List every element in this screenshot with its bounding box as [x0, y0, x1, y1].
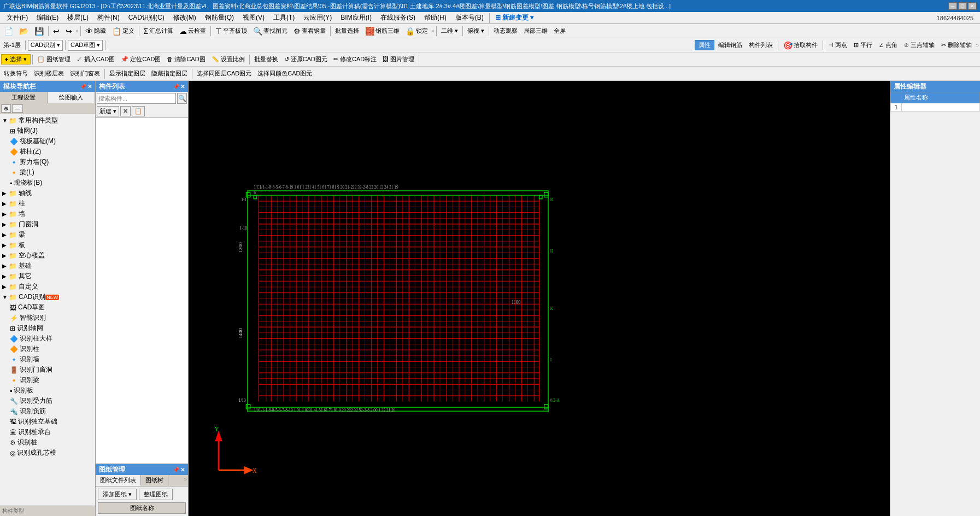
menu-view[interactable]: 视图(V)	[238, 12, 269, 24]
menu-bim[interactable]: BIM应用(I)	[336, 12, 376, 24]
menu-edit[interactable]: 编辑(E)	[32, 12, 63, 24]
set-scale-button[interactable]: 📏 设置比例	[209, 54, 248, 66]
save-button[interactable]: 💾	[32, 25, 46, 37]
tab-drawing-tree[interactable]: 图纸树	[141, 475, 168, 486]
fullscreen-button[interactable]: 全屏	[551, 25, 568, 37]
cloud-check-button[interactable]: ☁云检查	[177, 25, 209, 37]
tree-foundation[interactable]: ▶ 📁 基础	[1, 261, 94, 271]
menu-tools[interactable]: 工具(T)	[269, 12, 299, 24]
tree-slabs[interactable]: ▶ 📁 板	[1, 240, 94, 250]
copy-component-button[interactable]: 📋	[132, 106, 145, 116]
new-component-button[interactable]: 新建 ▾	[97, 106, 119, 116]
tree-others[interactable]: ▶ 📁 其它	[1, 271, 94, 282]
menu-modify[interactable]: 修改(M)	[169, 12, 201, 24]
close-left-icon[interactable]: ✕	[87, 84, 92, 90]
menu-component[interactable]: 构件(N)	[93, 12, 124, 24]
close-button[interactable]: ✕	[968, 2, 977, 10]
pin-icon[interactable]: 📌	[80, 84, 86, 90]
convert-symbol-button[interactable]: 转换符号	[1, 68, 31, 80]
show-layer-button[interactable]: 显示指定图层	[107, 68, 148, 80]
edit-rebar-button[interactable]: 编辑钢筋	[715, 39, 745, 51]
menu-new-change[interactable]: ⊞ 新建变更 ▾	[491, 12, 538, 24]
tree-pile-column[interactable]: 🔶 桩柱(Z)	[1, 146, 94, 157]
hide-layer-button[interactable]: 隐藏指定图层	[149, 68, 190, 80]
three-point-button[interactable]: ⊕ 三点辅轴	[901, 39, 937, 51]
search-button[interactable]: 🔍	[177, 93, 187, 104]
tree-door-window[interactable]: ▶ 📁 门窗洞	[1, 219, 94, 230]
cad-id-dropdown[interactable]: CAD识别 ▾	[28, 40, 63, 51]
top-view-button[interactable]: 俯视 ▾	[465, 25, 487, 37]
left-tool-2[interactable]: —	[12, 104, 23, 113]
hide-button[interactable]: 👁隐藏	[83, 25, 109, 37]
tree-wall[interactable]: ▶ 📁 墙	[1, 209, 94, 219]
canvas-area[interactable]: 1/C1/1-1-8-8-5-6-7-8-19 1 01 1 231 41 51…	[189, 81, 890, 516]
lock-button[interactable]: 🔒锁定	[403, 25, 431, 37]
property-button[interactable]: 属性	[695, 40, 714, 50]
tree-identify-slab[interactable]: ▪ 识别板	[1, 385, 94, 396]
tree-beam[interactable]: 🔸 梁(L)	[1, 167, 94, 178]
menu-floor[interactable]: 楼层(L)	[63, 12, 93, 24]
view-rebar-button[interactable]: ⚙查看钢量	[291, 25, 328, 37]
select-same-layer-button[interactable]: 选择同图层CAD图元	[194, 68, 254, 80]
delete-component-button[interactable]: ✕	[120, 106, 131, 116]
tree-identify-door-window[interactable]: 🚪 识别门窗洞	[1, 365, 94, 375]
modify-cad-label-button[interactable]: ✏ 修改CAD标注	[331, 54, 379, 66]
tree-cast-slab[interactable]: ▪ 现浇板(B)	[1, 178, 94, 188]
tree-identify-pile[interactable]: ⚙ 识别桩	[1, 437, 94, 448]
minimize-button[interactable]: ─	[948, 2, 957, 10]
find-element-button[interactable]: 🔍查找图元	[250, 25, 290, 37]
tree-cad-recognition[interactable]: ▼ 📁 CAD识别 NEW	[1, 292, 94, 302]
drawing-panel-more[interactable]: »	[183, 475, 188, 486]
left-tool-1[interactable]: ⊕	[1, 104, 11, 113]
tree-common-types[interactable]: ▼ 📁 常用构件类型	[1, 115, 94, 126]
search-input[interactable]	[97, 93, 176, 104]
local-3d-button[interactable]: 局部三维	[521, 25, 550, 37]
tree-identify-iso-foundation[interactable]: 🏗 识别独立基础	[1, 417, 94, 427]
dynamic-view-button[interactable]: 动态观察	[491, 25, 520, 37]
define-button[interactable]: 📋定义	[109, 25, 137, 37]
pick-component-button[interactable]: 🎯拾取构件	[781, 39, 820, 51]
maximize-button[interactable]: □	[958, 2, 967, 10]
tree-hollow-floor[interactable]: ▶ 📁 空心楼盖	[1, 250, 94, 261]
delete-axis-button[interactable]: ✂ 删除辅轴	[938, 39, 975, 51]
tree-identify-column[interactable]: 🔶 识别柱	[1, 344, 94, 354]
tree-column[interactable]: ▶ 📁 柱	[1, 198, 94, 209]
image-mgmt-button[interactable]: 🖼 图片管理	[380, 54, 417, 66]
point-angle-button[interactable]: ∠ 点角	[876, 39, 900, 51]
menu-cloud[interactable]: 云应用(Y)	[299, 12, 336, 24]
tree-identify-axis[interactable]: ⊞ 识别轴网	[1, 323, 94, 333]
redo-button[interactable]: ↪	[63, 25, 75, 37]
rebar-3d-button[interactable]: 🧱钢筋三维	[362, 25, 402, 37]
tree-beams[interactable]: ▶ 📁 梁	[1, 230, 94, 240]
tree-identify-neg-rebar[interactable]: 🔩 识别负筋	[1, 406, 94, 417]
tab-project-settings[interactable]: 工程设置	[0, 92, 48, 103]
menu-online[interactable]: 在线服务(S)	[376, 12, 420, 24]
two-point-button[interactable]: ⊣ 两点	[825, 39, 850, 51]
tree-cad-draft[interactable]: 🖼 CAD草图	[1, 302, 94, 313]
menu-file[interactable]: 文件(F)	[2, 12, 32, 24]
tree-identify-pile-cap[interactable]: 🏛 识别桩承台	[1, 427, 94, 437]
menu-rebar[interactable]: 钢筋量(Q)	[201, 12, 238, 24]
restore-cad-button[interactable]: ↺ 还原CAD图元	[281, 54, 330, 66]
menu-cad[interactable]: CAD识别(C)	[124, 12, 169, 24]
menu-version[interactable]: 版本号(B)	[451, 12, 488, 24]
organize-drawing-button[interactable]: 整理图纸	[139, 489, 173, 500]
tree-identify-force-rebar[interactable]: 🔧 识别受力筋	[1, 396, 94, 406]
draw-pin-icon[interactable]: 📌	[173, 467, 179, 473]
select-button[interactable]: ♦ 选择 ▾	[1, 54, 31, 64]
batch-select-button[interactable]: 批量选择	[332, 25, 362, 37]
component-list-button[interactable]: 构件列表	[746, 39, 776, 51]
tree-custom[interactable]: ▶ 📁 自定义	[1, 282, 94, 292]
menu-help[interactable]: 帮助(H)	[420, 12, 451, 24]
tree-shear-wall[interactable]: 🔹 剪力墙(Q)	[1, 157, 94, 167]
tree-axis[interactable]: ▶ 📁 轴线	[1, 188, 94, 198]
select-same-color-button[interactable]: 选择同颜色CAD图元	[255, 68, 315, 80]
parallel-button[interactable]: ⊞ 平行	[851, 39, 875, 51]
tree-axis-grid[interactable]: ⊞ 轴网(J)	[1, 126, 94, 136]
add-drawing-button[interactable]: 添加图纸 ▾	[98, 489, 137, 500]
tree-identify-column-detail[interactable]: 🔷 识别柱大样	[1, 333, 94, 344]
open-button[interactable]: 📂	[16, 25, 31, 37]
mid-close-icon[interactable]: ✕	[180, 84, 185, 90]
2d-button[interactable]: 二维 ▾	[438, 25, 461, 37]
tree-identify-hole-core[interactable]: ◎ 识别成孔芯模	[1, 448, 94, 458]
